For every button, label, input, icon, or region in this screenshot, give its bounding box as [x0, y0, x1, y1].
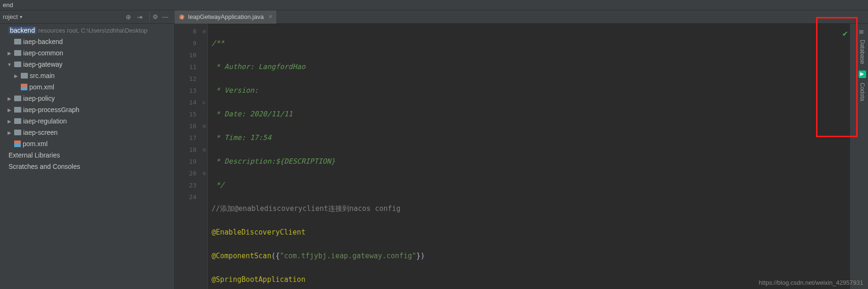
svg-text:J: J [181, 15, 183, 18]
editor-tab[interactable]: J IeapGetwayApplication.java ✕ [175, 10, 276, 24]
tree-item-label: iaep-common [23, 49, 63, 57]
window-title: end [3, 1, 13, 9]
title-bar: end [0, 0, 868, 10]
collapse-icon[interactable]: ⇥ [137, 13, 143, 21]
chevron-down-icon: ▾ [20, 14, 22, 19]
fold-gutter: ⊟ ⊏⊟ ⊟ ⊟ [201, 24, 208, 289]
tree-item[interactable]: ▶iaep-screen [0, 127, 174, 138]
tree-root[interactable]: ▶ backend resources root, C:\Users\zdhha… [0, 25, 174, 36]
chevron-right-icon[interactable]: ▶ [7, 51, 12, 56]
right-tool-panel: ≣ Database ⯈ Codota [857, 24, 868, 289]
chevron-right-icon[interactable]: ▶ [13, 73, 19, 79]
tree-item[interactable]: ▶iaep-regulation [0, 115, 174, 127]
project-dropdown[interactable]: roject ▾ [3, 13, 22, 20]
divider [149, 12, 150, 22]
code-editor[interactable]: 8910111213141516171819202324 ⊟ ⊏⊟ ⊟ ⊟ /*… [175, 24, 868, 289]
code-content[interactable]: /** * Author: LangfordHao * Version: * D… [208, 24, 651, 289]
folder-icon [21, 73, 28, 79]
project-root-path: resources root, C:\Users\zdhha\Desktop [38, 27, 147, 34]
xml-file-icon [14, 140, 21, 147]
tree-item-label: iaep-policy [23, 95, 55, 102]
tree-item-label: iaep-processGraph [23, 106, 79, 114]
scratches-consoles[interactable]: ▶ Scratches and Consoles [0, 161, 174, 172]
inspection-ok-icon[interactable]: ✔ [842, 29, 848, 38]
folder-icon [14, 130, 21, 135]
project-root-name: backend [9, 26, 36, 34]
tree-item[interactable]: ▼iaep-gateway [0, 59, 174, 70]
external-libraries[interactable]: ▶ External Libraries [0, 149, 174, 161]
folder-icon [14, 118, 21, 124]
tree-item-label: iaep-regulation [23, 117, 67, 125]
tree-item-label: iaep-screen [23, 129, 58, 136]
tree-item-label: pom.xml [29, 83, 54, 91]
chevron-right-icon[interactable]: ▶ [7, 130, 12, 135]
tree-item[interactable]: ▶iaep-backend [0, 36, 174, 47]
watermark: https://blog.csdn.net/weixin_42957931 [759, 279, 863, 286]
database-icon[interactable]: ≣ [859, 27, 866, 35]
chevron-down-icon[interactable]: ▼ [7, 62, 12, 67]
xml-file-icon [21, 84, 27, 90]
folder-icon [14, 61, 21, 67]
chevron-right-icon[interactable]: ▶ [7, 96, 12, 101]
codota-icon[interactable]: ⯈ [859, 70, 866, 78]
folder-icon [14, 96, 21, 101]
project-sidebar[interactable]: ▶ backend resources root, C:\Users\zdhha… [0, 24, 175, 289]
folder-icon [14, 50, 21, 56]
database-tool-button[interactable]: Database [859, 38, 866, 66]
editor-scrollbar[interactable] [850, 24, 857, 289]
tab-filename: IeapGetwayApplication.java [188, 13, 264, 20]
tree-item-label: iaep-backend [23, 38, 63, 45]
tree-item-label: src.main [30, 72, 55, 79]
minimize-icon[interactable]: — [162, 13, 168, 20]
target-icon[interactable]: ⊕ [126, 13, 131, 21]
panel-header: roject ▾ ⊕ ⇥ ⚙ — J IeapGetwayApplication… [0, 10, 868, 24]
tree-item[interactable]: ▶pom.xml [0, 81, 174, 93]
tree-item[interactable]: ▶iaep-common [0, 47, 174, 59]
tree-item-label: pom.xml [23, 140, 48, 148]
chevron-right-icon[interactable]: ▶ [7, 119, 12, 124]
gear-icon[interactable]: ⚙ [153, 13, 158, 20]
tree-item-label: iaep-gateway [23, 61, 62, 68]
tree-item[interactable]: ▶src.main [0, 70, 174, 81]
codota-tool-button[interactable]: Codota [859, 81, 866, 103]
chevron-right-icon[interactable]: ▶ [7, 107, 12, 113]
java-file-icon: J [179, 14, 185, 20]
tree-item[interactable]: ▶pom.xml [0, 138, 174, 149]
line-gutter: 8910111213141516171819202324 [175, 24, 201, 289]
tree-item[interactable]: ▶iaep-policy [0, 93, 174, 104]
close-icon[interactable]: ✕ [268, 14, 272, 20]
folder-icon [14, 107, 21, 113]
tree-item[interactable]: ▶iaep-processGraph [0, 104, 174, 115]
folder-icon [14, 39, 21, 44]
